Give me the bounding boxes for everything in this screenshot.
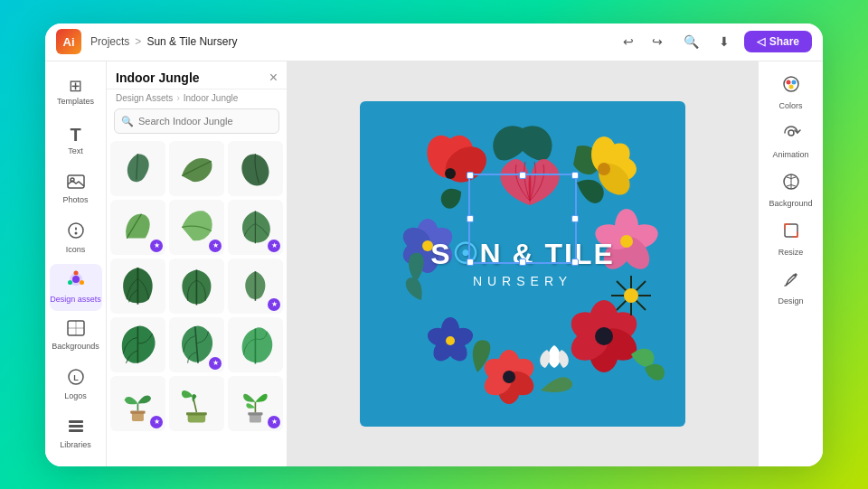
right-panel-item-resize[interactable]: Resize [763, 215, 819, 262]
asset-panel: Indoor Jungle × Design Assets › Indoor J… [107, 61, 288, 466]
list-item[interactable] [169, 259, 224, 314]
undo-redo-group: ↩ ↪ [616, 29, 670, 54]
sidebar-label-design-assets: Design assets [50, 295, 101, 305]
list-item[interactable]: ★ [169, 317, 224, 372]
search-icon: 🔍 [121, 115, 134, 127]
undo-button[interactable]: ↩ [616, 29, 641, 54]
sidebar-item-libraries[interactable]: Libraries [50, 410, 102, 457]
search-button[interactable]: 🔍 [679, 29, 704, 54]
svg-rect-13 [69, 425, 83, 428]
canvas-main-title: S☉N & TILE [430, 239, 615, 270]
svg-text:L: L [73, 373, 79, 382]
panel-close-button[interactable]: × [269, 71, 278, 85]
sidebar-item-logos[interactable]: L Logos [50, 362, 102, 409]
sidebar: ⊞ Templates T Text Photos Icons [45, 61, 107, 466]
svg-point-6 [73, 271, 78, 276]
premium-badge: ★ [150, 240, 163, 252]
sidebar-label-templates: Templates [57, 97, 94, 107]
sidebar-label-logos: Logos [64, 391, 87, 401]
list-item[interactable] [228, 317, 283, 372]
list-item[interactable] [169, 376, 224, 431]
redo-button[interactable]: ↪ [645, 29, 670, 54]
sidebar-item-design-assets[interactable]: Design assets [50, 264, 102, 311]
search-input[interactable] [114, 108, 279, 134]
topbar: Ai Projects > Sun & Tile Nursery ↩ ↪ 🔍 ⬇… [45, 24, 823, 61]
premium-badge: ★ [209, 240, 222, 252]
backgrounds-icon [67, 320, 85, 339]
canvas-n-text: N & TILE [480, 238, 615, 270]
premium-badge: ★ [268, 298, 280, 311]
topbar-actions: 🔍 ⬇ ◁ Share [679, 29, 812, 54]
right-panel-item-background[interactable]: Background [763, 166, 819, 213]
app-container: Ai Projects > Sun & Tile Nursery ↩ ↪ 🔍 ⬇… [45, 24, 823, 466]
premium-badge: ★ [268, 240, 280, 252]
list-item[interactable]: ★ [110, 376, 165, 431]
canvas-dot-icon: ☉ [452, 238, 480, 270]
list-item[interactable]: ★ [228, 200, 283, 255]
breadcrumb-current: Sun & Tile Nursery [146, 35, 237, 48]
svg-point-33 [598, 163, 610, 175]
breadcrumb: Projects > Sun & Tile Nursery [90, 35, 237, 48]
list-item[interactable]: ★ [110, 200, 165, 255]
list-item[interactable] [110, 259, 165, 314]
breadcrumb-design-assets[interactable]: Design Assets [116, 93, 173, 103]
sidebar-label-backgrounds: Backgrounds [52, 342, 99, 352]
list-item[interactable] [169, 141, 224, 196]
download-button[interactable]: ⬇ [712, 29, 737, 54]
background-label: Background [769, 199, 812, 208]
share-button[interactable]: ◁ Share [744, 31, 812, 52]
list-item[interactable] [228, 141, 283, 196]
share-arrow-icon: ◁ [757, 35, 765, 48]
svg-rect-79 [785, 224, 797, 237]
svg-point-46 [620, 235, 633, 248]
svg-point-71 [624, 288, 638, 303]
templates-icon: ⊞ [69, 78, 82, 94]
svg-point-8 [68, 280, 72, 285]
canvas-sun-text: S [430, 238, 451, 270]
list-item[interactable]: ★ [228, 259, 283, 314]
list-item[interactable]: ★ [228, 376, 283, 431]
svg-rect-14 [69, 429, 83, 432]
svg-point-76 [788, 130, 794, 136]
icons-icon [67, 221, 85, 242]
colors-label: Colors [778, 101, 802, 110]
sidebar-item-photos[interactable]: Photos [50, 166, 102, 213]
list-item[interactable] [110, 317, 165, 372]
design-assets-icon [66, 269, 86, 292]
svg-rect-12 [69, 420, 83, 423]
premium-badge: ★ [150, 416, 163, 428]
svg-point-66 [503, 371, 515, 383]
canvas-area[interactable]: S☉N & TILE NURSERY [288, 61, 758, 466]
right-panel-item-colors[interactable]: Colors [763, 69, 819, 116]
svg-point-74 [791, 80, 796, 84]
canvas-content: S☉N & TILE NURSERY [360, 101, 685, 427]
sidebar-label-libraries: Libraries [60, 440, 91, 450]
list-item[interactable]: ★ [169, 200, 224, 255]
sidebar-label-photos: Photos [62, 195, 88, 205]
sidebar-item-icons[interactable]: Icons [50, 215, 102, 262]
svg-point-59 [446, 336, 455, 345]
photos-icon [67, 174, 85, 193]
premium-badge: ★ [209, 357, 222, 370]
svg-rect-17 [130, 410, 145, 413]
list-item[interactable] [110, 141, 165, 196]
resize-label: Resize [778, 248, 804, 257]
svg-point-75 [788, 84, 793, 89]
svg-point-53 [595, 327, 613, 345]
resize-icon [781, 221, 801, 245]
panel-header: Indoor Jungle × [107, 61, 287, 89]
asset-grid: ★ ★ ★ ★ [107, 141, 287, 466]
libraries-icon [67, 417, 85, 437]
sidebar-item-text[interactable]: T Text [50, 118, 102, 165]
svg-point-28 [445, 168, 456, 179]
right-panel-item-design[interactable]: Design [763, 264, 819, 311]
sidebar-item-backgrounds[interactable]: Backgrounds [50, 313, 102, 360]
breadcrumb-projects[interactable]: Projects [90, 35, 129, 48]
sidebar-item-templates[interactable]: ⊞ Templates [50, 69, 102, 116]
right-panel-item-animation[interactable]: Animation [763, 118, 819, 165]
sidebar-label-text: Text [68, 146, 83, 156]
canvas-subtitle: NURSERY [430, 274, 615, 288]
svg-point-73 [786, 80, 790, 84]
main-area: ⊞ Templates T Text Photos Icons [45, 61, 823, 466]
design-label: Design [778, 296, 803, 306]
